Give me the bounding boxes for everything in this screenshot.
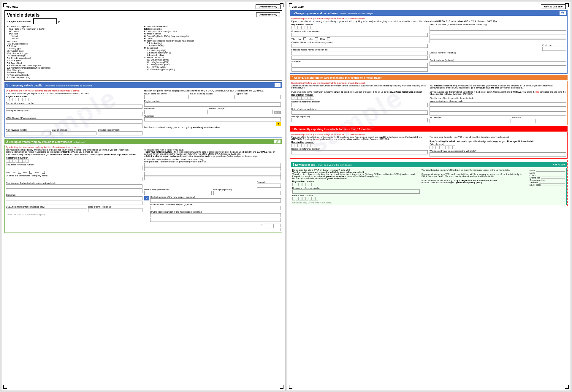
vehicle-details-title: Vehicle details [7,12,63,18]
section6-header: 6 New keeper slip – must be given to the… [291,162,567,167]
section1-red-text: By submitting this form you are declarin… [6,90,142,92]
section1-title: Change my vehicle details [9,84,42,87]
section4-content: By submitting this form you are declarin… [290,81,568,125]
section5-content: By submitting this form you are declarin… [290,132,568,159]
section6-wrapper: 6 New keeper slip – must be given to the… [290,160,568,206]
section1-badge: H [275,83,280,87]
y-badge: Y [276,122,281,126]
section3-badge: W [560,11,566,15]
corner-bl [3,385,7,389]
left-doc-code: V5C-0119 [6,5,18,8]
section2-title: Selling or transferring my vehicle to a … [9,140,72,143]
section6-doc-code: V5C-0119 [553,163,565,166]
section2-subtitle: (not a trader) [73,141,86,143]
left-page: sample V5C-0119 Official use only Vehicl… [1,1,286,391]
section2-header: 2 Selling or transferring my vehicle to … [4,139,282,144]
registration-box [33,18,57,24]
section1-content: By submitting this form you are declarin… [4,88,282,137]
left-page-header: V5C-0119 Official use only [4,4,282,9]
section3-header: 3 Change my name and / or address – Ente… [290,10,568,16]
section1-header: 1 Change my vehicle details – Only fill … [4,82,282,88]
right-page: sample V5C-0119 Official use only 3 Chan… [287,1,571,391]
left-official-use: Official use only [256,4,281,9]
section1-num: 1 [6,83,8,87]
section6-content: Do not send this slip to DVLA on its own… [291,168,567,205]
corner-tl-r [289,3,292,7]
official-use-right: Official use only [256,12,280,17]
a1-label: [A.1] [58,20,64,23]
section2-badge: W [274,140,280,143]
right-official-use: Official use only [541,4,566,9]
corner-tr-r [565,3,569,7]
vehicle-details-box: Vehicle details A Registration number [A… [4,10,282,81]
corner-tr [280,3,283,7]
section3-content: By submitting this form you are declarin… [290,16,568,74]
section1-subtitle: – Only fill In details to be corrected o… [43,84,92,87]
section2-content: By submitting this form you are declarin… [4,145,282,233]
corner-br [280,385,283,389]
reg-label: A Registration number [7,20,31,23]
right-page-header: V5C-0119 Official use only [290,4,568,9]
clr-badge: CLR [274,111,281,114]
k-badge: K [144,196,149,200]
right-doc-code: V5C-0119 [292,5,304,8]
corner-br-r [565,385,569,389]
section4-header: 4 Selling, transferring or part exchangi… [290,75,568,80]
corner-tl [3,3,7,7]
section5-header: 5 Permanently exporting this vehicle for… [290,126,568,132]
corner-bl-r [289,385,292,389]
section2-num: 2 [6,140,8,143]
